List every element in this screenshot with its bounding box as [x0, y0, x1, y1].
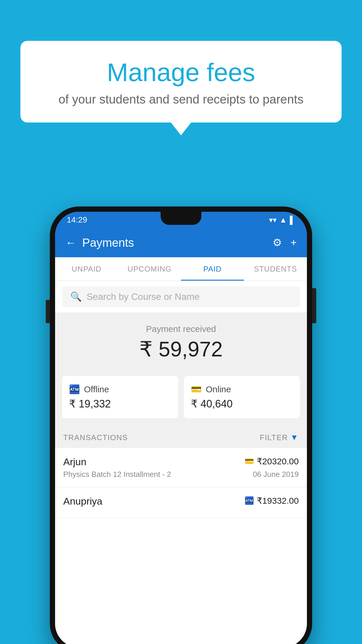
online-label: Online	[206, 384, 231, 394]
online-icon: 💳	[191, 384, 202, 394]
app-header: ← Payments ⚙ +	[55, 228, 307, 257]
payment-total-amount: ₹ 59,972	[55, 337, 307, 361]
search-icon: 🔍	[70, 291, 82, 302]
transactions-header: TRANSACTIONS FILTER ▼	[55, 427, 307, 448]
transaction-amount-row-2: 🏧 ₹19332.00	[245, 496, 299, 506]
tabs: UNPAID UPCOMING PAID STUDENTS	[55, 257, 307, 281]
filter-button[interactable]: FILTER ▼	[260, 433, 299, 442]
filter-icon: ▼	[290, 433, 299, 442]
offline-mode-icon-2: 🏧	[245, 496, 254, 505]
tab-students[interactable]: STUDENTS	[244, 257, 307, 281]
transaction-item[interactable]: Arjun 💳 ₹20320.00 Physics Batch 12 Insta…	[55, 448, 307, 487]
payment-received-label: Payment received	[55, 324, 307, 334]
offline-label: Offline	[84, 384, 109, 394]
online-payment-card: 💳 Online ₹ 40,640	[184, 376, 300, 418]
transaction-name-1: Arjun	[63, 456, 86, 468]
online-mode-icon-1: 💳	[245, 457, 254, 466]
online-card-header: 💳 Online	[191, 384, 293, 394]
add-icon[interactable]: +	[291, 237, 297, 249]
bubble-title: Manage fees	[35, 58, 327, 87]
transaction-item-2[interactable]: Anupriya 🏧 ₹19332.00	[55, 487, 307, 518]
phone-notch	[161, 212, 201, 225]
speech-bubble-container: Manage fees of your students and send re…	[20, 41, 342, 123]
offline-amount: ₹ 19,332	[69, 398, 171, 410]
speech-bubble: Manage fees of your students and send re…	[20, 41, 342, 123]
back-button[interactable]: ←	[65, 237, 76, 249]
tab-upcoming[interactable]: UPCOMING	[118, 257, 181, 281]
payment-summary: Payment received ₹ 59,972	[55, 312, 307, 370]
transaction-date-1: 06 June 2019	[253, 470, 299, 479]
transactions-label: TRANSACTIONS	[63, 433, 128, 442]
offline-icon: 🏧	[69, 384, 80, 394]
payment-cards: 🏧 Offline ₹ 19,332 💳 Online ₹ 40,640	[55, 370, 307, 427]
online-amount: ₹ 40,640	[191, 398, 293, 410]
phone-screen: 14:29 ▾▾ ▲ ▌ ← Payments ⚙ + UNPAID UPCOM…	[55, 212, 307, 644]
tab-paid[interactable]: PAID	[181, 257, 244, 281]
transaction-amount-2: ₹19332.00	[257, 496, 299, 506]
transaction-name-2: Anupriya	[63, 496, 102, 507]
search-input[interactable]: Search by Course or Name	[87, 291, 200, 302]
transaction-amount-1: ₹20320.00	[257, 456, 299, 466]
bubble-subtitle: of your students and send receipts to pa…	[35, 92, 327, 106]
phone-frame: 14:29 ▾▾ ▲ ▌ ← Payments ⚙ + UNPAID UPCOM…	[50, 206, 312, 644]
header-actions: ⚙ +	[273, 237, 297, 249]
transaction-row-1: Arjun 💳 ₹20320.00	[63, 456, 299, 468]
header-title: Payments	[82, 236, 273, 249]
wifi-icon: ▾▾	[269, 216, 277, 225]
transaction-amount-row-1: 💳 ₹20320.00	[245, 456, 299, 466]
offline-payment-card: 🏧 Offline ₹ 19,332	[62, 376, 178, 418]
filter-label: FILTER	[260, 433, 288, 442]
status-icons: ▾▾ ▲ ▌	[269, 216, 295, 225]
offline-card-header: 🏧 Offline	[69, 384, 171, 394]
tab-unpaid[interactable]: UNPAID	[55, 257, 118, 281]
transaction-details-1: Physics Batch 12 Installment - 2 06 June…	[63, 470, 299, 479]
settings-icon[interactable]: ⚙	[273, 237, 282, 249]
signal-icon: ▲	[280, 216, 287, 225]
transactions-list: Arjun 💳 ₹20320.00 Physics Batch 12 Insta…	[55, 448, 307, 644]
status-time: 14:29	[67, 215, 87, 225]
transaction-course-1: Physics Batch 12 Installment - 2	[63, 470, 171, 479]
search-container: 🔍 Search by Course or Name	[55, 281, 307, 312]
battery-icon: ▌	[290, 216, 295, 225]
transaction-row-2: Anupriya 🏧 ₹19332.00	[63, 496, 299, 507]
search-bar[interactable]: 🔍 Search by Course or Name	[62, 286, 300, 307]
